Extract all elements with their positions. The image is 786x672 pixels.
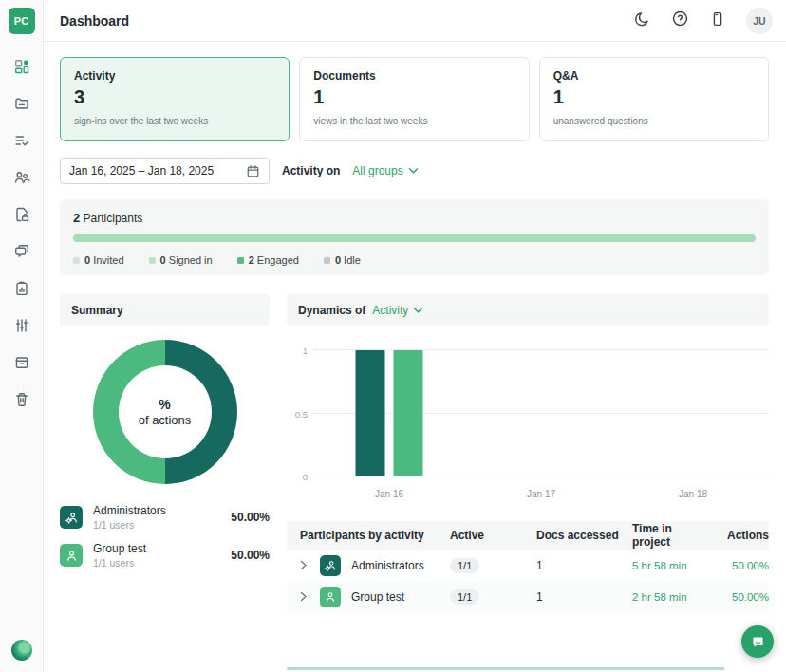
x-axis-label: Jan 17 <box>465 489 617 499</box>
activity-bar-chart[interactable]: 00.51 Jan 16Jan 17Jan 18 <box>287 350 769 499</box>
time-in-project-value: 2 hr 58 min <box>632 591 702 603</box>
sidebar-item-adjustments[interactable] <box>13 319 30 336</box>
sidebar-nav <box>13 60 30 410</box>
table-row-group-test[interactable]: Group test 1/1 1 2 hr 58 min 50.00% <box>287 581 769 612</box>
sidebar-item-checklist[interactable] <box>13 134 30 151</box>
moon-icon <box>633 10 650 31</box>
expand-chevron-icon[interactable] <box>300 560 308 570</box>
donut-center: % of actions <box>119 365 212 458</box>
x-axis-label: Jan 16 <box>313 489 465 499</box>
card-title: Activity <box>74 69 275 83</box>
clipboard-chart-icon <box>13 280 30 301</box>
actions-donut-chart[interactable]: % of actions <box>93 340 237 484</box>
legend-swatch <box>73 257 80 264</box>
table-row-administrators[interactable]: Administrators 1/1 1 5 hr 58 min 50.00% <box>287 550 769 581</box>
sidebar-item-trash[interactable] <box>13 393 30 410</box>
summary-legend: Administrators 1/1 users 50.00% Group te… <box>60 504 270 569</box>
sidebar: PC <box>0 0 44 672</box>
summary-header: Summary <box>60 294 270 326</box>
col-participants: Participants by activity <box>287 529 450 542</box>
documents-folder-icon <box>13 95 30 116</box>
table-header-row: Participants by activity Active Docs acc… <box>287 521 769 550</box>
mobile-device-icon <box>709 10 726 31</box>
row-group-name: Group test <box>351 590 404 604</box>
sidebar-item-users[interactable] <box>13 171 30 188</box>
bar-group-test[interactable] <box>393 350 422 476</box>
legend-label: Engaged <box>257 254 299 266</box>
admin-group-icon <box>320 555 341 576</box>
group-percent: 50.00% <box>231 549 270 562</box>
date-range-picker[interactable]: Jan 16, 2025 – Jan 18, 2025 <box>60 158 270 184</box>
member-group-icon <box>60 544 83 567</box>
card-title: Q&A <box>553 69 755 83</box>
group-name: Administrators <box>93 504 166 517</box>
card-value: 1 <box>553 86 755 108</box>
chevron-down-icon <box>413 307 423 314</box>
donut-center-top: % <box>159 397 170 412</box>
help-button[interactable] <box>670 11 689 30</box>
live-chat-button[interactable] <box>741 625 774 658</box>
document-lock-icon <box>13 206 30 227</box>
participants-progress-bar <box>73 234 756 242</box>
stat-card-documents[interactable]: Documents 1 views in the last two weeks <box>299 57 529 141</box>
brand-sphere-logo[interactable] <box>11 640 32 661</box>
bar-group <box>355 350 422 476</box>
sidebar-item-documents[interactable] <box>13 97 30 114</box>
legend-label: Invited <box>93 254 123 266</box>
workspace-logo[interactable]: PC <box>9 8 35 34</box>
archive-box-icon <box>13 354 30 375</box>
dynamics-title: Dynamics of <box>298 304 365 317</box>
y-axis-tick: 1 <box>287 345 308 356</box>
trash-icon <box>13 391 30 412</box>
expand-chevron-icon[interactable] <box>300 591 308 602</box>
legend-label: Idle <box>344 254 361 266</box>
stat-cards: Activity 3 sign-ins over the last two we… <box>60 57 769 141</box>
time-in-project-value: 5 hr 58 min <box>632 560 702 571</box>
legend-item-idle: 0 Idle <box>324 254 361 266</box>
dynamics-metric-selector[interactable]: Activity <box>372 304 423 317</box>
stat-card-activity[interactable]: Activity 3 sign-ins over the last two we… <box>60 57 290 141</box>
group-users: 1/1 users <box>93 519 166 531</box>
dynamics-metric-value: Activity <box>372 304 408 317</box>
summary-group-test[interactable]: Group test 1/1 users 50.00% <box>60 542 270 569</box>
legend-swatch <box>149 257 156 264</box>
legend-count: 0 <box>335 254 341 266</box>
summary-panel: Summary % of actions <box>60 294 270 612</box>
main-content: Activity 3 sign-ins over the last two we… <box>44 42 786 672</box>
sidebar-item-chats[interactable] <box>13 245 30 262</box>
date-range-value: Jan 16, 2025 – Jan 18, 2025 <box>69 164 214 177</box>
bar-chart-x-labels: Jan 16Jan 17Jan 18 <box>313 489 769 499</box>
sidebar-item-document-permissions[interactable] <box>13 208 30 225</box>
legend-item-invited: 0 Invited <box>73 254 124 266</box>
sidebar-item-reports[interactable] <box>13 282 30 299</box>
col-actions: Actions <box>702 529 769 542</box>
actions-percent-value: 50.00% <box>702 560 769 571</box>
legend-count: 0 <box>84 254 90 266</box>
dark-mode-button[interactable] <box>632 11 651 30</box>
stat-card-qa[interactable]: Q&A 1 unanswered questions <box>539 57 769 141</box>
active-badge: 1/1 <box>450 589 479 605</box>
sidebar-item-dashboard[interactable] <box>13 60 30 77</box>
group-selector[interactable]: All groups <box>352 164 418 177</box>
dashboard-grid-icon <box>13 58 30 79</box>
bar-administrators[interactable] <box>355 350 384 476</box>
chat-bubble-icon <box>750 634 766 650</box>
actions-percent-value: 50.00% <box>702 591 769 603</box>
bar-chart-plot: 00.51 <box>313 350 769 476</box>
legend-count: 0 <box>160 254 166 266</box>
col-docs-accessed: Docs accessed <box>536 529 632 542</box>
col-time-in-project: Time in project <box>632 522 702 549</box>
list-check-icon <box>13 132 30 153</box>
donut-center-bottom: of actions <box>139 413 192 427</box>
activity-on-label: Activity on <box>282 164 340 177</box>
sidebar-item-archive[interactable] <box>13 356 30 373</box>
mobile-app-button[interactable] <box>708 11 727 30</box>
summary-group-administrators[interactable]: Administrators 1/1 users 50.00% <box>60 504 270 531</box>
user-avatar[interactable]: JU <box>746 8 773 34</box>
page-title: Dashboard <box>60 13 129 28</box>
participants-label: Participants <box>84 212 143 225</box>
card-value: 3 <box>74 86 275 108</box>
participants-panel: 2 Participants 0 Invited 0 Signed in 2 E… <box>60 199 769 275</box>
participants-legend: 0 Invited 0 Signed in 2 Engaged 0 Idle <box>73 254 756 266</box>
group-selector-value: All groups <box>352 164 402 177</box>
